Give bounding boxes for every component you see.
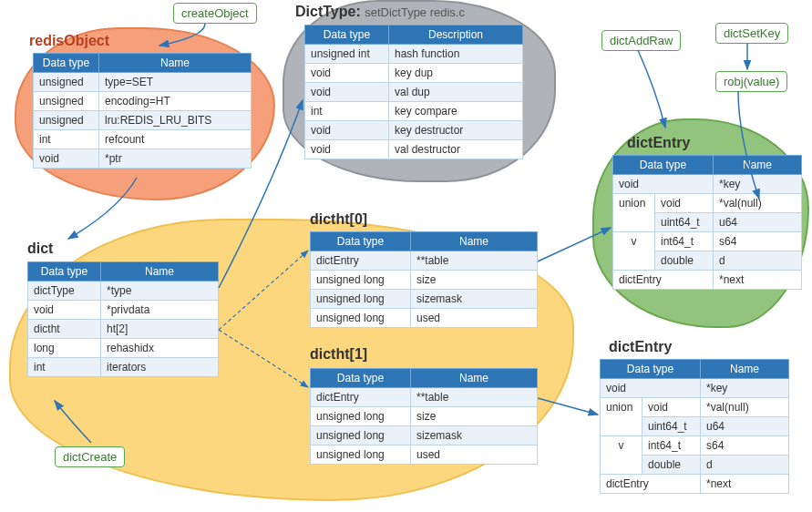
title-dictentry2: dictEntry: [609, 339, 672, 355]
title-dict: dict: [27, 241, 53, 257]
table-dictht1: Data typeName dictEntry**table unsigned …: [310, 368, 538, 465]
table-dict: Data typeName dictType*type void*privdat…: [27, 261, 219, 377]
table-dictentry2: Data typeName void*key unionvoid*val(nul…: [600, 359, 789, 494]
table-dicttype: Data typeDescription unsigned inthash fu…: [304, 25, 523, 159]
title-dictht0: dictht[0]: [310, 211, 367, 228]
table-dictentry1: Data typeName void*key unionvoid*val(nul…: [612, 155, 802, 290]
title-dictht1: dictht[1]: [310, 346, 367, 363]
label-dictsetkey: dictSetKey: [715, 23, 788, 44]
title-redisobject: redisObject: [29, 33, 109, 49]
label-createobject: createObject: [173, 3, 257, 24]
label-dictcreate: dictCreate: [55, 446, 125, 467]
label-robjvalue: robj(value): [715, 71, 787, 92]
title-dicttype: DictType: setDictType redis.c: [295, 4, 465, 20]
table-redisobject: Data typeName unsignedtype=SET unsignede…: [33, 53, 252, 169]
table-dictht0: Data typeName dictEntry**table unsigned …: [310, 231, 538, 328]
title-dictentry1: dictEntry: [627, 135, 690, 151]
label-dictaddraw: dictAddRaw: [601, 30, 681, 51]
